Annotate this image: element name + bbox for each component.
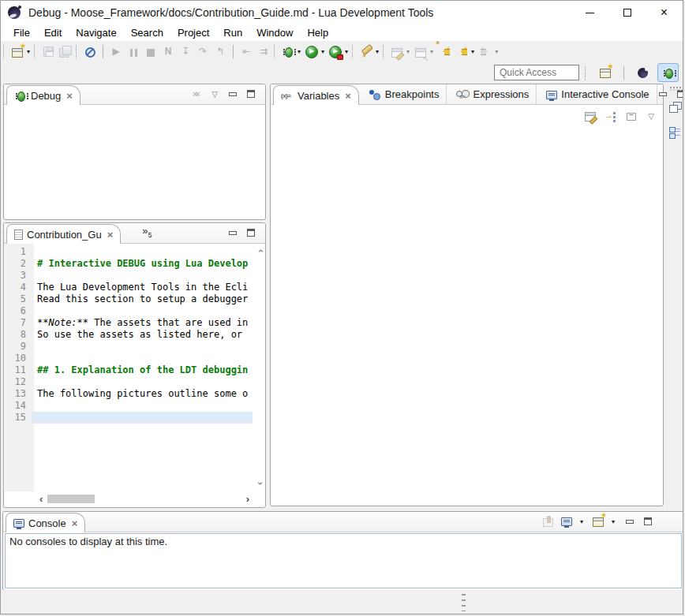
open-console-dropdown[interactable]: ▾ bbox=[611, 518, 617, 525]
editor-line[interactable]: 3 bbox=[5, 270, 253, 282]
restore-view-button[interactable] bbox=[669, 99, 682, 115]
resume-button[interactable]: ▶ bbox=[107, 43, 125, 62]
add-watch-expression-button[interactable] bbox=[605, 108, 617, 124]
skip-all-breakpoints-button[interactable] bbox=[81, 43, 99, 62]
editor-line[interactable]: 2# Interactive DEBUG using Lua Develop bbox=[5, 258, 253, 270]
scroll-down-arrow[interactable]: › bbox=[256, 482, 264, 485]
editor-line[interactable]: 8So use the assets as listed here, or bbox=[5, 329, 253, 341]
save-all-button[interactable] bbox=[57, 43, 74, 62]
scroll-up-arrow[interactable]: › bbox=[256, 249, 264, 252]
new-wizard-button[interactable] bbox=[9, 43, 26, 62]
editor-overflow-chevron[interactable]: »5 bbox=[142, 225, 152, 239]
drop-to-frame-button[interactable]: ⇤ bbox=[238, 43, 255, 62]
horizontal-scrollbar[interactable]: ‹ › bbox=[34, 492, 252, 506]
close-icon[interactable]: × bbox=[66, 90, 73, 102]
forward-dropdown[interactable]: ▾ bbox=[494, 48, 500, 55]
new-wizard-dropdown[interactable]: ▾ bbox=[26, 48, 32, 55]
new-lua-file-dropdown[interactable]: ▾ bbox=[406, 48, 412, 55]
horizontal-sash-left[interactable] bbox=[3, 220, 266, 222]
show-logical-structure-button[interactable] bbox=[585, 108, 596, 124]
minimize-button[interactable] bbox=[227, 225, 238, 241]
collapse-all-button[interactable] bbox=[626, 108, 637, 124]
view-menu-button[interactable]: ▽ bbox=[209, 86, 220, 102]
status-bar-grip[interactable] bbox=[462, 594, 466, 611]
save-button[interactable] bbox=[39, 43, 57, 62]
scrollbar-thumb[interactable] bbox=[47, 495, 95, 503]
open-element-dropdown[interactable]: ▾ bbox=[429, 48, 436, 55]
tab-breakpoints[interactable]: Breakpoints bbox=[361, 84, 447, 104]
editor-line[interactable]: 11## 1. Explanation of the LDT debuggin bbox=[5, 364, 253, 376]
horizontal-sash-bottom[interactable] bbox=[1, 508, 683, 511]
debug-perspective-button[interactable] bbox=[657, 63, 679, 82]
variables-view-content[interactable] bbox=[271, 125, 662, 505]
tab-console[interactable]: Console × bbox=[6, 513, 85, 532]
debug-button[interactable] bbox=[279, 43, 297, 62]
toolbar-grip[interactable] bbox=[34, 45, 37, 58]
open-element-button[interactable] bbox=[412, 43, 429, 62]
maximize-button[interactable] bbox=[642, 513, 653, 529]
editor-line[interactable]: 13The following pictures outline some o bbox=[5, 388, 253, 400]
toolbar-grip[interactable] bbox=[352, 45, 355, 58]
outline-view-button[interactable] bbox=[669, 124, 682, 140]
close-icon[interactable]: × bbox=[107, 229, 114, 241]
tab-expressions[interactable]: Expressions bbox=[449, 84, 537, 104]
minimize-button[interactable] bbox=[624, 513, 635, 529]
editor-line[interactable]: 4The Lua Development Tools in the Ecli bbox=[5, 282, 253, 293]
menu-project[interactable]: Project bbox=[170, 25, 216, 41]
disconnect-button[interactable]: N bbox=[159, 43, 177, 62]
scroll-left-arrow[interactable]: ‹ bbox=[39, 495, 43, 503]
toolbar-grip[interactable] bbox=[585, 66, 588, 80]
close-icon[interactable]: × bbox=[72, 517, 78, 529]
editor-line[interactable]: 15 bbox=[5, 412, 253, 424]
step-into-button[interactable]: ↧ bbox=[177, 43, 194, 62]
suspend-button[interactable] bbox=[125, 43, 142, 62]
display-console-dropdown[interactable]: ▾ bbox=[579, 518, 586, 525]
lua-perspective-button[interactable] bbox=[632, 63, 653, 82]
window-close-button[interactable]: × bbox=[646, 1, 683, 24]
highlighter-button[interactable] bbox=[357, 43, 375, 62]
trim-grip[interactable] bbox=[670, 87, 681, 91]
editor-content[interactable]: 12# Interactive DEBUG using Lua Develop3… bbox=[5, 244, 264, 506]
pin-console-button[interactable] bbox=[543, 513, 554, 529]
maximize-button[interactable] bbox=[245, 225, 256, 241]
toolbar-grip[interactable] bbox=[274, 45, 277, 58]
window-minimize-button[interactable] bbox=[571, 1, 608, 24]
editor-line[interactable]: 9 bbox=[5, 341, 253, 353]
remove-all-terminated-button[interactable]: ×× bbox=[191, 86, 202, 102]
minimize-button[interactable] bbox=[227, 86, 238, 102]
debug-dropdown[interactable]: ▾ bbox=[297, 48, 303, 55]
forward-button[interactable] bbox=[477, 43, 494, 62]
tab-debug[interactable]: Debug × bbox=[6, 85, 80, 105]
use-step-filters-button[interactable]: ⇉ bbox=[255, 43, 272, 62]
editor-line[interactable]: 7**Note:** The assets that are used in bbox=[5, 317, 253, 329]
menu-help[interactable]: Help bbox=[300, 25, 335, 41]
tab-variables[interactable]: Variables × bbox=[273, 85, 359, 105]
editor-line[interactable]: 1 bbox=[5, 246, 253, 258]
menu-search[interactable]: Search bbox=[124, 25, 170, 41]
debug-view-content[interactable] bbox=[5, 105, 264, 218]
close-icon[interactable]: × bbox=[345, 90, 351, 102]
back-dropdown[interactable]: ▾ bbox=[470, 48, 477, 55]
step-return-button[interactable]: ↰ bbox=[211, 43, 229, 62]
menu-run[interactable]: Run bbox=[216, 25, 249, 41]
toolbar-grip[interactable] bbox=[76, 45, 79, 58]
toolbar-grip[interactable] bbox=[383, 45, 386, 58]
menu-window[interactable]: Window bbox=[249, 25, 300, 41]
run-external-tools-button[interactable] bbox=[327, 43, 344, 62]
external-tools-dropdown[interactable]: ▾ bbox=[344, 48, 350, 55]
menu-navigate[interactable]: Navigate bbox=[69, 25, 123, 41]
run-button[interactable] bbox=[303, 43, 320, 62]
editor-line[interactable]: 5Read this section to setup a debugger bbox=[5, 293, 253, 305]
terminate-button[interactable] bbox=[142, 43, 159, 62]
display-selected-console-button[interactable] bbox=[561, 513, 572, 529]
tab-editor-contribution-guide[interactable]: Contribution_Gu × bbox=[6, 224, 121, 244]
open-perspective-button[interactable] bbox=[594, 63, 616, 82]
toolbar-grip[interactable] bbox=[3, 45, 6, 58]
editor-line[interactable]: 10 bbox=[5, 353, 253, 364]
vertical-sash[interactable] bbox=[266, 84, 270, 506]
scroll-right-arrow[interactable]: › bbox=[246, 495, 249, 503]
console-content[interactable]: No consoles to display at this time. bbox=[5, 533, 682, 588]
editor-line[interactable]: 12 bbox=[5, 376, 253, 388]
window-maximize-button[interactable] bbox=[608, 1, 646, 24]
back-button[interactable] bbox=[453, 43, 470, 62]
